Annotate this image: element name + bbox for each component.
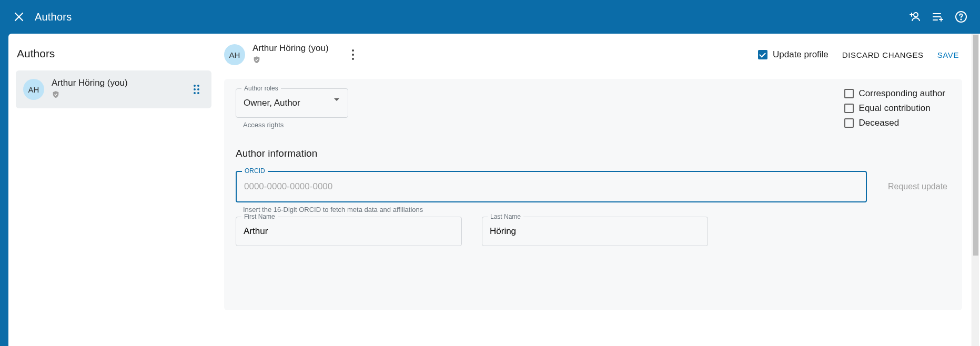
orcid-field-container: ORCID — [236, 171, 867, 202]
main-panel: Authors AH Arthur Höring (you) AH — [8, 34, 980, 346]
drag-handle-icon[interactable] — [194, 85, 203, 94]
last-name-label: Last Name — [488, 213, 523, 220]
add-person-icon[interactable] — [908, 11, 921, 23]
svg-point-2 — [961, 19, 962, 20]
sidebar: Authors AH Arthur Höring (you) — [8, 34, 219, 346]
author-roles-label: Author roles — [241, 85, 281, 92]
topbar-title: Authors — [35, 11, 72, 23]
author-roles-select[interactable]: Author roles Owner, Author — [236, 88, 348, 118]
discard-button[interactable]: Discard changes — [842, 50, 924, 59]
first-name-label: First Name — [241, 213, 278, 220]
equal-contribution-label: Equal contribution — [859, 103, 931, 114]
checkbox-unchecked-icon — [844, 118, 854, 128]
avatar: AH — [224, 44, 245, 65]
form-area: Author roles Owner, Author Access rights… — [224, 79, 962, 310]
corresponding-author-label: Corresponding author — [859, 88, 945, 99]
last-name-field-container: Last Name — [482, 217, 708, 246]
first-name-input[interactable] — [244, 226, 454, 237]
chevron-down-icon — [334, 98, 339, 101]
orcid-helper: Insert the 16-Digit ORCID to fetch meta … — [236, 206, 951, 213]
sidebar-title: Authors — [17, 47, 211, 60]
add-list-icon[interactable] — [932, 11, 944, 23]
verified-shield-icon — [252, 56, 329, 66]
last-name-input[interactable] — [490, 226, 700, 237]
author-name: Arthur Höring (you) — [52, 78, 128, 88]
author-detail-name: Arthur Höring (you) — [252, 43, 329, 54]
help-icon[interactable] — [955, 11, 967, 23]
request-update-link: Request update — [888, 182, 951, 191]
orcid-label: ORCID — [242, 167, 268, 175]
corresponding-author-checkbox[interactable]: Corresponding author — [844, 88, 945, 99]
checkbox-unchecked-icon — [844, 104, 854, 113]
section-title: Author information — [236, 148, 951, 159]
update-profile-label: Update profile — [773, 49, 829, 60]
update-profile-checkbox[interactable]: Update profile — [758, 49, 829, 60]
checkbox-checked-icon — [758, 50, 767, 59]
save-button[interactable]: Save — [937, 50, 959, 59]
checkbox-unchecked-icon — [844, 89, 854, 98]
close-icon[interactable] — [13, 11, 25, 23]
topbar: Authors — [8, 0, 980, 34]
deceased-checkbox[interactable]: Deceased — [844, 118, 945, 128]
first-name-field-container: First Name — [236, 217, 462, 246]
deceased-label: Deceased — [859, 118, 900, 128]
svg-point-0 — [914, 13, 918, 17]
author-roles-helper: Access rights — [236, 121, 348, 129]
scrollbar[interactable] — [972, 34, 979, 346]
orcid-input[interactable] — [244, 181, 858, 192]
main-content: AH Arthur Höring (you) Update profile D — [219, 34, 980, 346]
equal-contribution-checkbox[interactable]: Equal contribution — [844, 103, 945, 114]
avatar: AH — [23, 79, 44, 100]
author-roles-value: Owner, Author — [244, 98, 300, 108]
verified-shield-icon — [52, 90, 128, 101]
author-list-item[interactable]: AH Arthur Höring (you) — [16, 70, 211, 108]
scrollbar-thumb[interactable] — [973, 35, 978, 256]
more-menu-icon[interactable] — [347, 44, 359, 65]
